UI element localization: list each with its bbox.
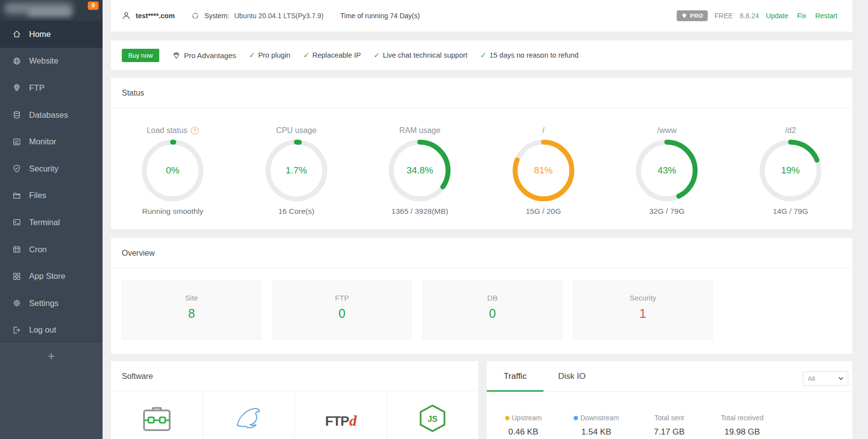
traffic-filter-select[interactable]: All — [803, 371, 848, 386]
status-title: Status — [111, 78, 852, 108]
gem-icon — [172, 52, 181, 59]
sidebar-item-logout[interactable]: Log out — [0, 317, 103, 344]
security-card[interactable]: Security 1 — [573, 280, 713, 340]
check-icon: ✓ — [303, 51, 310, 60]
cpu-gauge: 1.7% — [265, 139, 327, 202]
check-icon: ✓ — [374, 51, 380, 60]
ftp-card[interactable]: FTP 0 — [272, 280, 412, 340]
gauge-ram: RAM usage 34.8% 1365 / 3928(MB) — [358, 108, 482, 216]
sidebar: 0 Home Website FTP Databases Monitor — [0, 0, 103, 439]
logout-icon — [12, 326, 21, 335]
username[interactable]: test****.com — [136, 12, 175, 20]
disk-www-gauge: 43% — [636, 139, 698, 202]
overview-panel: Overview Site 8 FTP 0 DB 0 Security 1 — [111, 238, 852, 354]
main-content: test****.com System: Ubuntu 20.04.1 LTS(… — [111, 0, 852, 439]
website-icon — [12, 57, 21, 66]
update-link[interactable]: Update — [766, 12, 788, 20]
site-card[interactable]: Site 8 — [122, 280, 261, 340]
system-value: Ubuntu 20.04.1 LTS(Py3.7.9) — [234, 12, 324, 20]
sidebar-item-ftp[interactable]: FTP — [0, 74, 103, 101]
sidebar-item-files[interactable]: Files — [0, 182, 103, 209]
ram-gauge: 34.8% — [389, 139, 451, 202]
home-icon — [12, 30, 21, 38]
sidebar-item-cron[interactable]: Cron — [0, 236, 103, 263]
sidebar-nav: Home Website FTP Databases Monitor Secur… — [0, 21, 103, 343]
sidebar-item-label: Website — [29, 56, 58, 66]
software-item-plugins[interactable] — [111, 391, 203, 439]
gauge-disk-root: / 81% 15G / 20G — [482, 108, 606, 216]
sidebar-item-security[interactable]: Security — [0, 155, 103, 182]
software-grid: FTPd JS — [111, 391, 478, 439]
software-panel: Software — [111, 361, 478, 439]
tab-traffic[interactable]: Traffic — [487, 361, 543, 391]
mysql-icon — [233, 404, 264, 430]
system-label: System: — [204, 12, 229, 20]
software-item-nodejs[interactable]: JS — [387, 391, 479, 439]
pro-badge: PRO — [677, 10, 707, 21]
ubuntu-icon — [191, 12, 199, 20]
databases-icon — [12, 110, 21, 119]
load-gauge: 0% — [142, 139, 204, 202]
ftp-icon — [12, 83, 21, 92]
promo-feature: ✓Replaceable IP — [303, 51, 361, 60]
traffic-tabs: Traffic Disk IO — [487, 361, 852, 392]
upstream-dot-icon — [505, 416, 509, 420]
overview-cards: Site 8 FTP 0 DB 0 Security 1 — [111, 268, 852, 340]
db-card[interactable]: DB 0 — [423, 280, 562, 340]
sidebar-item-label: Terminal — [29, 218, 60, 227]
uptime-text: Time of running 74 Day(s) — [340, 12, 420, 20]
sidebar-item-label: FTP — [29, 83, 44, 93]
topbar-right: PRO FREE 6.8.24 Update Fix Restart — [677, 10, 837, 21]
terminal-icon — [12, 218, 21, 227]
sidebar-item-website[interactable]: Website — [0, 48, 103, 75]
logo-redacted-2 — [28, 10, 72, 17]
sidebar-item-databases[interactable]: Databases — [0, 101, 103, 129]
sidebar-item-settings[interactable]: Settings — [0, 290, 103, 317]
help-icon[interactable]: ? — [191, 127, 199, 135]
calendar-icon — [12, 245, 21, 254]
license-text: FREE — [715, 12, 733, 20]
topbar: test****.com System: Ubuntu 20.04.1 LTS(… — [111, 0, 852, 32]
gauge-disk-www: /www 43% 32G / 79G — [605, 108, 729, 216]
grid-icon — [12, 272, 21, 281]
downstream-dot-icon — [574, 416, 578, 420]
disk-root-gauge: 81% — [512, 139, 575, 202]
buy-now-button[interactable]: Buy now — [122, 49, 159, 62]
gauge-disk-d2: /d2 19% 14G / 79G — [729, 108, 853, 216]
software-item-mysql[interactable] — [203, 391, 295, 439]
software-title: Software — [111, 361, 478, 391]
restart-link[interactable]: Restart — [815, 12, 837, 20]
promo-bar: Buy now Pro Advantages ✓Pro plugin ✓Repl… — [111, 40, 852, 70]
sidebar-item-label: Settings — [29, 299, 59, 308]
nodejs-icon: JS — [418, 404, 447, 433]
stat-total-received: Total received 19.98 GB — [706, 414, 779, 437]
check-icon: ✓ — [480, 51, 487, 60]
sidebar-item-label: Cron — [29, 245, 47, 254]
sidebar-item-terminal[interactable]: Terminal — [0, 209, 103, 236]
sidebar-footer: + — [0, 343, 103, 439]
add-shortcut-button[interactable]: + — [0, 344, 103, 369]
svg-text:JS: JS — [428, 414, 437, 423]
fix-link[interactable]: Fix — [797, 12, 806, 20]
software-item-pureftpd[interactable]: FTPd — [295, 391, 387, 439]
folder-icon — [12, 191, 21, 200]
sidebar-item-appstore[interactable]: App Store — [0, 263, 103, 290]
gauge-load-status: Load status? 0% Running smoothly — [111, 108, 235, 216]
sidebar-item-label: App Store — [29, 271, 65, 281]
logo-area: 0 — [0, 0, 103, 21]
stat-downstream: Downstream 1.54 KB — [560, 414, 633, 437]
sidebar-item-home[interactable]: Home — [0, 21, 103, 48]
sidebar-item-label: Monitor — [29, 137, 56, 146]
tab-disk-io[interactable]: Disk IO — [543, 361, 600, 391]
sidebar-item-label: Files — [29, 191, 46, 200]
sidebar-item-label: Home — [29, 30, 51, 39]
stat-total-sent: Total sent 7.17 GB — [633, 414, 706, 437]
traffic-panel: Traffic Disk IO All Upstream 0.46 KB Dow… — [487, 361, 852, 439]
promo-feature: ✓Pro plugin — [249, 51, 290, 60]
status-panel: Status Load status? 0% Running smoothly … — [111, 78, 852, 229]
sidebar-item-monitor[interactable]: Monitor — [0, 128, 103, 155]
sidebar-item-label: Log out — [29, 325, 56, 335]
version-text: 6.8.24 — [740, 12, 759, 20]
chevron-down-icon — [838, 377, 843, 380]
traffic-stats: Upstream 0.46 KB Downstream 1.54 KB Tota… — [487, 414, 852, 437]
